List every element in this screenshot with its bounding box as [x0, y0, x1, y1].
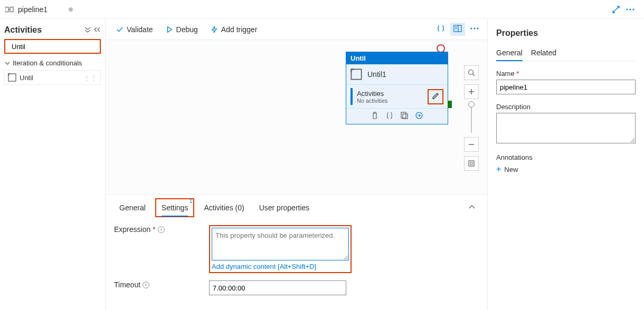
pipeline-icon: [5, 6, 15, 13]
info-icon[interactable]: i: [158, 226, 165, 233]
svg-point-3: [627, 9, 628, 11]
until-icon: [351, 69, 362, 80]
canvas-toolbar: Validate Debug Add trigger: [106, 19, 487, 40]
success-port-icon[interactable]: [448, 101, 452, 108]
description-label: Description: [496, 103, 636, 111]
play-icon: [166, 26, 173, 33]
svg-point-15: [477, 28, 479, 30]
copy-icon: [401, 112, 408, 119]
collapse-sidebar-icon[interactable]: [93, 26, 101, 34]
svg-point-13: [471, 28, 472, 30]
tab-activities[interactable]: Activities (0): [198, 199, 249, 216]
add-trigger-button[interactable]: Add trigger: [205, 23, 262, 36]
until-icon: [8, 73, 16, 82]
zoom-thumb[interactable]: [468, 101, 475, 108]
svg-rect-0: [5, 7, 8, 12]
node-activities-count: No activities: [357, 98, 387, 104]
collapse-panel-button[interactable]: [465, 201, 479, 215]
trash-icon: [371, 112, 378, 119]
timeout-input[interactable]: [209, 280, 346, 295]
node-until[interactable]: Until Until1 Activities No activities: [346, 52, 448, 124]
navigate-in-button[interactable]: [415, 112, 423, 121]
props-tab-related[interactable]: Related: [531, 45, 556, 61]
chevron-up-icon: [468, 204, 476, 210]
pipeline-title: pipeline1: [18, 5, 48, 14]
settings-error-badge: 1: [190, 198, 193, 204]
plus-icon: [468, 89, 475, 95]
node-name: Until1: [367, 70, 386, 79]
activity-item-until[interactable]: Until ⋮⋮: [4, 70, 101, 85]
node-type-label: Until: [346, 52, 448, 64]
expression-label: Expression * i: [114, 225, 209, 234]
tab-user-properties[interactable]: User properties: [254, 199, 315, 216]
svg-point-5: [633, 9, 634, 11]
zoom-out-button[interactable]: [464, 137, 479, 152]
search-input-wrapper: [4, 39, 101, 54]
timeout-label: Timeout i: [114, 280, 209, 289]
minus-icon: [468, 141, 475, 148]
collapse-all-icon[interactable]: [84, 26, 91, 34]
title-bar: pipeline1: [0, 0, 644, 19]
plus-icon: +: [496, 164, 501, 174]
unsaved-dot-icon: [69, 7, 73, 12]
expression-input[interactable]: [212, 228, 349, 260]
svg-rect-1: [10, 7, 13, 12]
fit-to-screen-button[interactable]: [464, 156, 479, 171]
props-tab-general[interactable]: General: [496, 45, 523, 61]
activities-heading: Activities: [4, 25, 42, 35]
copy-node-button[interactable]: [401, 112, 408, 121]
code-node-button[interactable]: [386, 112, 393, 121]
enter-icon: [415, 112, 423, 119]
debug-button[interactable]: Debug: [160, 23, 203, 36]
node-activities-label: Activities: [357, 90, 384, 98]
accent-bar-icon: [351, 88, 353, 105]
canvas-more-button[interactable]: [467, 23, 482, 36]
search-canvas-button[interactable]: [464, 65, 479, 80]
description-input[interactable]: [496, 113, 636, 143]
annotations-label: Annotations: [496, 153, 636, 161]
trigger-icon: [211, 26, 218, 33]
validate-button[interactable]: Validate: [111, 23, 158, 36]
add-dynamic-content-link[interactable]: Add dynamic content [Alt+Shift+D]: [212, 263, 349, 270]
tab-general[interactable]: General: [114, 199, 151, 216]
name-input[interactable]: [496, 80, 636, 94]
search-icon: [468, 69, 475, 76]
svg-rect-25: [469, 161, 474, 166]
properties-pane: Properties General Related Name * Descri…: [488, 19, 644, 310]
group-iteration[interactable]: Iteration & conditionals: [4, 59, 101, 67]
pipeline-canvas[interactable]: Until Until1 Activities No activities: [106, 40, 487, 194]
chevron-down-icon: [4, 60, 11, 66]
name-label: Name *: [496, 70, 636, 78]
edit-activities-button[interactable]: [428, 89, 443, 104]
tab-settings[interactable]: Settings 1: [155, 198, 195, 217]
svg-rect-8: [8, 74, 16, 81]
delete-node-button[interactable]: [371, 112, 378, 121]
svg-point-14: [474, 28, 476, 30]
svg-rect-17: [401, 112, 406, 118]
fit-icon: [468, 160, 475, 167]
zoom-in-button[interactable]: [464, 84, 479, 99]
check-icon: [116, 26, 124, 33]
pencil-icon: [432, 92, 439, 100]
properties-heading: Properties: [496, 28, 636, 38]
svg-point-4: [630, 9, 631, 11]
svg-rect-26: [470, 162, 472, 164]
info-icon[interactable]: i: [143, 282, 149, 288]
drag-grip-icon: ⋮⋮: [83, 74, 97, 82]
properties-toggle-button[interactable]: [450, 23, 465, 36]
zoom-slider[interactable]: [471, 103, 472, 133]
svg-rect-16: [351, 69, 361, 79]
svg-line-21: [472, 74, 475, 76]
canvas-controls: [464, 65, 479, 171]
bottom-panel: General Settings 1 Activities (0) User p…: [106, 194, 487, 310]
expand-button[interactable]: [609, 3, 623, 16]
code-view-button[interactable]: [433, 23, 448, 36]
braces-icon: [386, 112, 393, 119]
activities-sidebar: Activities Iteration & conditionals Unti…: [0, 19, 106, 310]
search-input[interactable]: [11, 42, 101, 51]
more-menu-button[interactable]: [623, 3, 638, 16]
add-annotation-button[interactable]: + New: [496, 164, 636, 174]
